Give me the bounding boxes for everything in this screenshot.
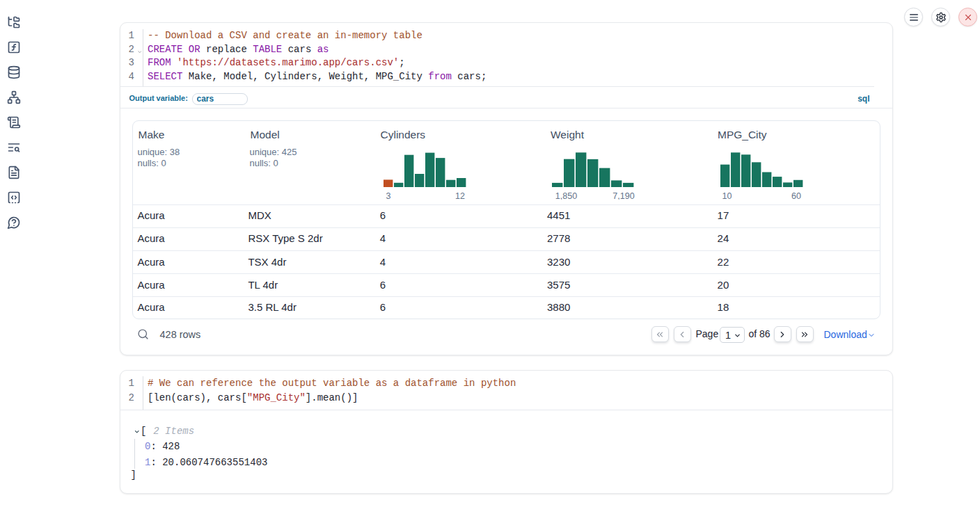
svg-text:3: 3: [386, 191, 390, 200]
svg-text:12: 12: [455, 191, 465, 200]
svg-text:1,850: 1,850: [555, 191, 576, 200]
svg-text:60: 60: [791, 191, 801, 200]
svg-text:10: 10: [722, 191, 732, 200]
svg-text:7,190: 7,190: [612, 191, 634, 200]
